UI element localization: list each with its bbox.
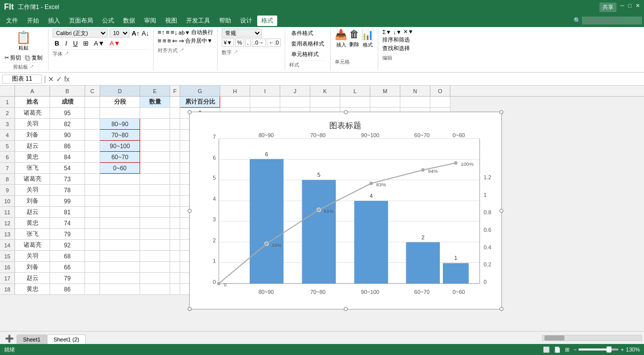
delete-cell-button[interactable]: 🗑 删除 bbox=[349, 29, 359, 48]
align-bottom-icon[interactable]: ≡↓ bbox=[171, 29, 178, 36]
cell[interactable] bbox=[170, 240, 180, 251]
cell[interactable]: 张飞 bbox=[15, 229, 50, 240]
menu-home[interactable]: 开始 bbox=[23, 16, 43, 26]
cell[interactable] bbox=[140, 207, 170, 218]
cell[interactable]: 累计百分比 bbox=[180, 97, 220, 108]
italic-button[interactable]: I bbox=[63, 39, 69, 48]
cell[interactable] bbox=[170, 207, 180, 218]
cell[interactable]: 关羽 bbox=[15, 185, 50, 196]
share-button[interactable]: 共享 bbox=[599, 3, 616, 12]
cell[interactable] bbox=[100, 218, 140, 229]
cell[interactable] bbox=[250, 97, 280, 108]
formula-input[interactable] bbox=[72, 76, 642, 83]
percent-button[interactable]: % bbox=[235, 39, 244, 47]
chart-handle-left[interactable] bbox=[188, 209, 192, 213]
cell-style-button[interactable]: 单元格样式 bbox=[289, 50, 326, 59]
align-left-icon[interactable]: ≡ bbox=[158, 37, 162, 45]
fill-color-button[interactable]: A▼ bbox=[92, 39, 106, 48]
cell[interactable]: 81 bbox=[50, 207, 85, 218]
chart-handle-tr[interactable] bbox=[499, 110, 503, 114]
row-header[interactable]: 7 bbox=[0, 163, 15, 174]
row-header[interactable]: 4 bbox=[0, 130, 15, 141]
col-header-E[interactable]: E bbox=[140, 86, 170, 96]
font-size-select[interactable]: 10 bbox=[110, 29, 130, 38]
cell[interactable]: 黄忠 bbox=[15, 284, 50, 295]
font-decrease-icon[interactable]: A↓ bbox=[142, 30, 149, 37]
cell[interactable] bbox=[170, 229, 180, 240]
merge-center-button[interactable]: 合并居中▼ bbox=[185, 37, 213, 45]
col-header-L[interactable]: L bbox=[340, 86, 370, 96]
table-style-button[interactable]: 套用表格样式 bbox=[289, 39, 326, 49]
window-close[interactable]: ✕ bbox=[635, 3, 640, 12]
cell[interactable]: 86 bbox=[50, 284, 85, 295]
cell[interactable] bbox=[280, 97, 310, 108]
menu-view[interactable]: 视图 bbox=[161, 16, 181, 26]
search-input[interactable] bbox=[582, 17, 642, 25]
format-cell-button[interactable]: 📊 格式 bbox=[361, 29, 374, 49]
cut-button[interactable]: ✂ 剪切 bbox=[3, 54, 23, 62]
chart-handle-right[interactable] bbox=[499, 209, 503, 213]
cell[interactable] bbox=[170, 284, 180, 295]
cell[interactable] bbox=[85, 185, 100, 196]
cell[interactable] bbox=[85, 119, 100, 130]
row-header[interactable]: 3 bbox=[0, 119, 15, 130]
page-break-view-icon[interactable]: ⊞ bbox=[565, 346, 569, 353]
cell[interactable] bbox=[140, 141, 170, 152]
col-header-H[interactable]: H bbox=[220, 86, 250, 96]
chart-handle-top[interactable] bbox=[344, 110, 348, 114]
cell[interactable] bbox=[85, 108, 100, 119]
number-format-select[interactable]: 常规 bbox=[222, 29, 262, 38]
cell[interactable]: 86 bbox=[50, 141, 85, 152]
menu-page-layout[interactable]: 页面布局 bbox=[65, 16, 97, 26]
menu-design[interactable]: 设计 bbox=[236, 16, 256, 26]
col-header-A[interactable]: A bbox=[15, 86, 50, 96]
cell[interactable]: 84 bbox=[50, 152, 85, 163]
cell[interactable] bbox=[100, 229, 140, 240]
cell[interactable]: 赵云 bbox=[15, 141, 50, 152]
cell[interactable]: 79 bbox=[50, 273, 85, 284]
row-header[interactable]: 15 bbox=[0, 251, 15, 262]
indent-increase-icon[interactable]: ⇒ bbox=[179, 37, 184, 45]
cell[interactable]: 0~60 bbox=[100, 163, 140, 174]
cell[interactable] bbox=[85, 196, 100, 207]
row-header[interactable]: 11 bbox=[0, 207, 15, 218]
scrollbar-thumb[interactable] bbox=[544, 335, 564, 340]
menu-insert[interactable]: 插入 bbox=[44, 16, 64, 26]
cell[interactable]: 赵云 bbox=[15, 273, 50, 284]
cell[interactable] bbox=[220, 97, 250, 108]
row-header[interactable]: 9 bbox=[0, 185, 15, 196]
col-header-I[interactable]: I bbox=[250, 86, 280, 96]
indent-decrease-icon[interactable]: ⇐ bbox=[172, 37, 178, 45]
cell[interactable] bbox=[140, 196, 170, 207]
cell[interactable] bbox=[100, 185, 140, 196]
cell[interactable]: 78 bbox=[50, 185, 85, 196]
cell[interactable] bbox=[170, 273, 180, 284]
font-color-button[interactable]: A▼ bbox=[108, 39, 122, 48]
copy-button[interactable]: ⿻ 复制 bbox=[24, 54, 44, 62]
cell[interactable]: 关羽 bbox=[15, 251, 50, 262]
cell[interactable] bbox=[140, 174, 170, 185]
cell[interactable]: 刘备 bbox=[15, 196, 50, 207]
cell[interactable]: 姓名 bbox=[15, 97, 50, 108]
align-right-icon[interactable]: ≡ bbox=[167, 37, 171, 45]
col-header-F[interactable]: F bbox=[170, 86, 180, 96]
cell[interactable]: 68 bbox=[50, 251, 85, 262]
cell[interactable]: 数量 bbox=[140, 97, 170, 108]
cell[interactable] bbox=[100, 273, 140, 284]
cell[interactable]: 90 bbox=[50, 130, 85, 141]
chart-handle-bl[interactable] bbox=[188, 307, 192, 311]
cell[interactable]: 黄忠 bbox=[15, 152, 50, 163]
cell[interactable] bbox=[170, 163, 180, 174]
cell[interactable] bbox=[170, 130, 180, 141]
clear-button[interactable]: ✕▼ bbox=[403, 29, 413, 35]
page-layout-view-icon[interactable]: 📄 bbox=[554, 346, 561, 353]
autosum-button[interactable]: Σ▼ bbox=[382, 29, 391, 35]
cell[interactable] bbox=[100, 251, 140, 262]
row-header[interactable]: 5 bbox=[0, 141, 15, 152]
menu-format[interactable]: 格式 bbox=[257, 16, 277, 26]
cell[interactable]: 54 bbox=[50, 163, 85, 174]
zoom-minus-icon[interactable]: − bbox=[573, 346, 576, 352]
row-header[interactable]: 17 bbox=[0, 273, 15, 284]
row-header[interactable]: 14 bbox=[0, 240, 15, 251]
chart-handle-bottom[interactable] bbox=[344, 307, 348, 311]
